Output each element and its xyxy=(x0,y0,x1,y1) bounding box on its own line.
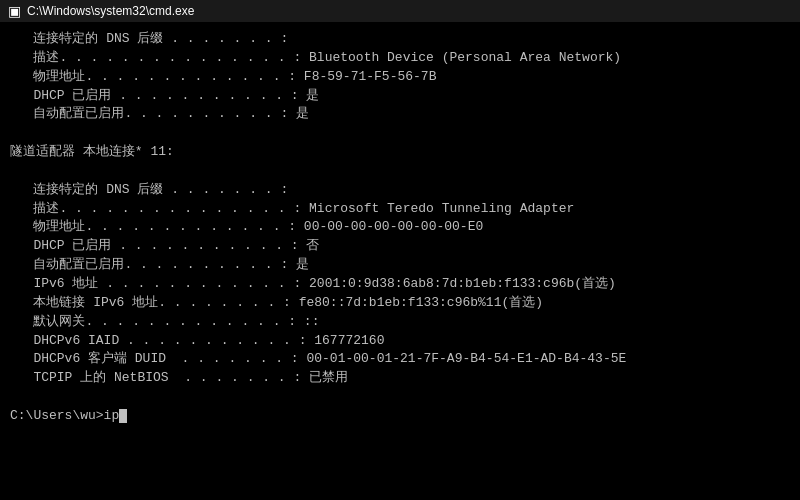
terminal-output[interactable]: 连接特定的 DNS 后缀 . . . . . . . : 描述. . . . .… xyxy=(0,22,800,500)
cursor xyxy=(119,409,127,423)
cmd-icon: ▣ xyxy=(8,3,21,19)
cmd-window: ▣ C:\Windows\system32\cmd.exe 连接特定的 DNS … xyxy=(0,0,800,500)
title-bar: ▣ C:\Windows\system32\cmd.exe xyxy=(0,0,800,22)
title-bar-text: C:\Windows\system32\cmd.exe xyxy=(27,4,194,18)
